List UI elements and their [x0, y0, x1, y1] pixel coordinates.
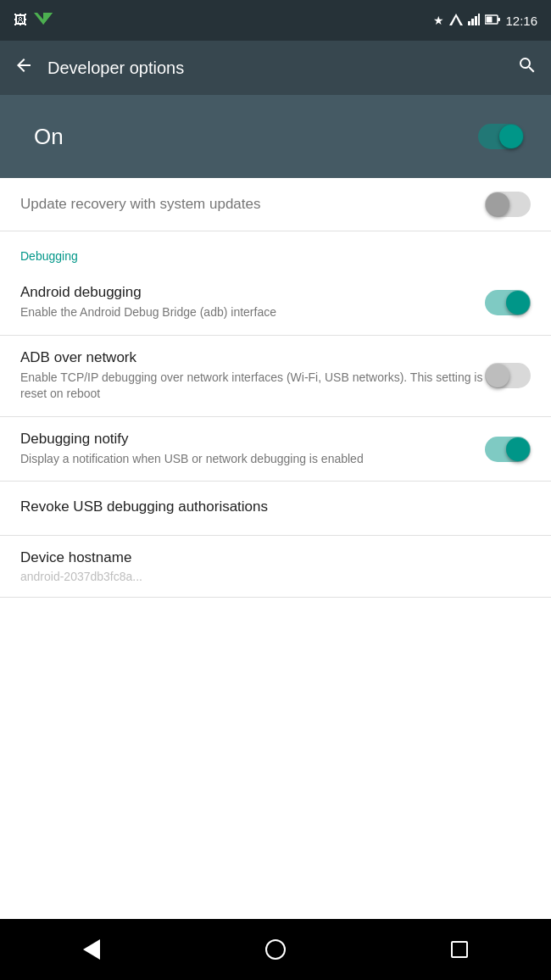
- search-button[interactable]: [517, 55, 537, 81]
- image-icon: 🖼: [14, 13, 27, 28]
- home-nav-button[interactable]: [250, 933, 301, 966]
- debugging-notify-text: Debugging notify Display a notification …: [20, 431, 485, 468]
- status-bar: 🖼 ★: [0, 0, 551, 41]
- update-recovery-row[interactable]: Update recovery with system updates: [0, 178, 551, 231]
- android-debugging-desc: Enable the Android Debug Bridge (adb) in…: [20, 304, 485, 321]
- star-icon: ★: [433, 14, 444, 27]
- device-hostname-row[interactable]: Device hostname android-2037db3fc8a...: [0, 536, 551, 598]
- wifi-down-icon: [34, 13, 53, 28]
- home-nav-icon: [265, 939, 286, 960]
- page-title: Developer options: [47, 58, 517, 78]
- revoke-usb-text: Revoke USB debugging authorisations: [20, 498, 531, 519]
- adb-network-text: ADB over network Enable TCP/IP debugging…: [20, 349, 485, 403]
- debugging-notify-row[interactable]: Debugging notify Display a notification …: [0, 417, 551, 482]
- recents-nav-button[interactable]: [434, 933, 485, 966]
- back-nav-button[interactable]: [66, 933, 117, 966]
- developer-options-toggle[interactable]: [478, 124, 524, 149]
- debugging-notify-toggle[interactable]: [485, 437, 531, 462]
- revoke-usb-label: Revoke USB debugging authorisations: [20, 498, 531, 515]
- update-recovery-toggle[interactable]: [485, 192, 531, 217]
- debugging-section-header: Debugging: [0, 231, 551, 270]
- android-debugging-row[interactable]: Android debugging Enable the Android Deb…: [0, 270, 551, 336]
- svg-rect-7: [475, 16, 477, 25]
- toggle-thumb: [506, 291, 530, 315]
- back-nav-icon: [83, 939, 100, 960]
- debugging-notify-title: Debugging notify: [20, 431, 485, 448]
- battery-icon: [485, 14, 500, 28]
- bottom-nav: [0, 919, 551, 980]
- update-recovery-label: Update recovery with system updates: [20, 196, 485, 213]
- svg-rect-8: [478, 14, 480, 25]
- back-button[interactable]: [14, 55, 34, 81]
- status-bar-right: ★ 12:16: [433, 14, 537, 28]
- signal-icon: [449, 14, 463, 28]
- debugging-notify-desc: Display a notification when USB or netwo…: [20, 451, 485, 468]
- svg-rect-11: [487, 16, 493, 22]
- cellular-icon: [468, 14, 480, 28]
- adb-network-title: ADB over network: [20, 349, 485, 366]
- toggle-thumb: [506, 437, 530, 461]
- adb-network-row[interactable]: ADB over network Enable TCP/IP debugging…: [0, 336, 551, 417]
- svg-rect-10: [498, 18, 500, 21]
- toggle-thumb: [486, 364, 509, 387]
- status-time: 12:16: [505, 14, 537, 28]
- debugging-label: Debugging: [20, 249, 78, 263]
- svg-rect-6: [471, 19, 474, 25]
- svg-rect-5: [468, 21, 470, 25]
- status-bar-left: 🖼: [14, 13, 53, 28]
- android-debugging-title: Android debugging: [20, 284, 485, 301]
- recents-nav-icon: [451, 941, 468, 958]
- on-off-label: On: [34, 124, 478, 150]
- device-hostname-desc: android-2037db3fc8a...: [20, 570, 531, 583]
- device-hostname-title: Device hostname: [20, 549, 531, 566]
- app-bar: Developer options: [0, 41, 551, 95]
- android-debugging-text: Android debugging Enable the Android Deb…: [20, 284, 485, 321]
- toggle-thumb: [499, 125, 523, 148]
- toggle-thumb: [486, 192, 509, 216]
- adb-network-toggle[interactable]: [485, 363, 531, 388]
- revoke-usb-row[interactable]: Revoke USB debugging authorisations: [0, 482, 551, 536]
- android-debugging-toggle[interactable]: [485, 290, 531, 315]
- settings-content: Update recovery with system updates Debu…: [0, 178, 551, 919]
- adb-network-desc: Enable TCP/IP debugging over network int…: [20, 370, 485, 403]
- developer-options-toggle-row: On: [0, 95, 551, 178]
